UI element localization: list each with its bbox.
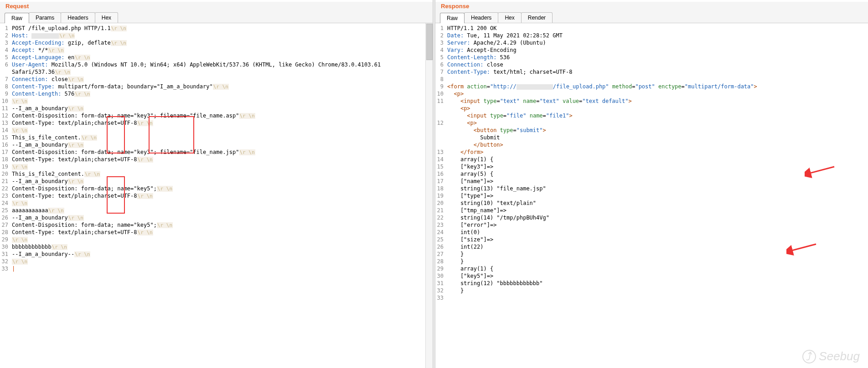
response-tabs: RawHeadersHexRender — [435, 12, 868, 23]
tab-raw[interactable]: Raw — [440, 13, 465, 23]
response-code-area[interactable]: 1234567891011121314151617181920212223242… — [435, 23, 868, 368]
request-gutter: 1234567891011121314151617181920212223242… — [0, 23, 10, 368]
tab-hex[interactable]: Hex — [498, 12, 521, 23]
response-gutter: 1234567891011121314151617181920212223242… — [435, 23, 445, 368]
tab-headers[interactable]: Headers — [61, 12, 95, 23]
request-panel: Request RawParamsHeadersHex 123456789101… — [0, 0, 433, 368]
request-code-area[interactable]: 1234567891011121314151617181920212223242… — [0, 23, 433, 368]
response-lines[interactable]: HTTP/1.1 200 OKDate: Tue, 11 May 2021 02… — [445, 23, 868, 368]
request-lines[interactable]: POST /file_upload.php HTTP/1.1\r \nHost:… — [10, 23, 425, 368]
request-scrollbar[interactable] — [425, 23, 433, 368]
tab-headers[interactable]: Headers — [464, 12, 498, 23]
response-panel: Response RawHeadersHexRender 12345678910… — [435, 0, 868, 368]
tab-raw[interactable]: Raw — [5, 13, 29, 23]
request-tabs: RawParamsHeadersHex — [0, 12, 433, 23]
tab-params[interactable]: Params — [29, 12, 61, 23]
response-title: Response — [435, 2, 868, 12]
tab-hex[interactable]: Hex — [95, 12, 118, 23]
tab-render[interactable]: Render — [521, 12, 553, 23]
request-title: Request — [0, 2, 433, 12]
